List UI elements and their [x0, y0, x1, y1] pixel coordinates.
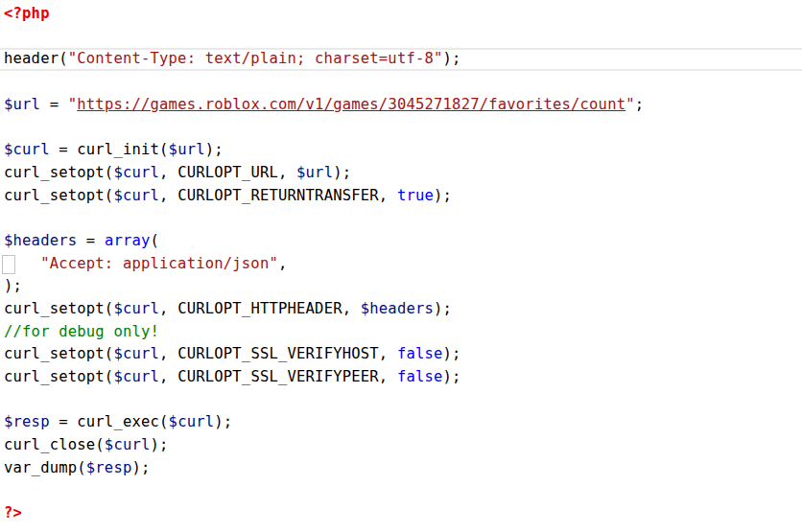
code-token-var: $curl [105, 436, 151, 453]
code-token-plain: , CURLOPT_SSL_VERIFYHOST, [159, 345, 397, 362]
code-token-plain: ); [443, 345, 461, 362]
code-line [4, 71, 802, 94]
code-line: ?> [4, 502, 802, 525]
code-token-var: $url [296, 164, 333, 181]
code-token-kw: false [397, 345, 443, 362]
code-token-var: $curl [113, 368, 159, 385]
code-token-plain: , CURLOPT_URL, [159, 164, 296, 181]
code-token-plain: ); [333, 164, 351, 181]
code-token-var: $curl [4, 141, 50, 158]
code-token-plain: ); [151, 436, 169, 453]
code-token-var: $url [4, 96, 40, 113]
code-line [4, 389, 802, 412]
code-token-string: " [625, 96, 635, 113]
code-line [4, 479, 802, 502]
code-token-plain: , [278, 255, 288, 272]
code-line [4, 26, 802, 49]
code-token-kw: false [397, 368, 443, 385]
indent-guide-box [2, 255, 15, 274]
code-token-plain: curl_setopt( [4, 368, 113, 385]
code-token-kw: true [397, 187, 434, 204]
code-line: $headers = array( [4, 230, 802, 253]
code-line: curl_setopt($curl, CURLOPT_HTTPHEADER, $… [4, 298, 802, 321]
code-token-var: $curl [113, 300, 159, 317]
code-token-tag: <?php [4, 5, 50, 22]
code-token-var: $url [169, 141, 205, 158]
code-line: curl_setopt($curl, CURLOPT_URL, $url); [4, 162, 802, 185]
code-token-plain: ; [635, 96, 645, 113]
code-line: $curl = curl_init($url); [4, 139, 802, 162]
code-token-plain: ); [434, 187, 452, 204]
code-token-plain: = curl_exec( [50, 413, 169, 430]
code-token-plain: , CURLOPT_SSL_VERIFYPEER, [159, 368, 397, 385]
code-token-var: $headers [4, 232, 77, 249]
code-token-plain: curl_setopt( [4, 300, 113, 317]
code-token-plain: curl_setopt( [4, 164, 113, 181]
code-line [4, 116, 802, 139]
code-line: ); [4, 275, 802, 298]
code-token-plain: ); [434, 300, 452, 317]
code-token-plain: ); [4, 277, 22, 294]
code-token-plain: ( [151, 232, 160, 249]
code-token-plain: = curl_init( [50, 141, 169, 158]
code-token-string: " [68, 96, 78, 113]
code-token-plain: ); [443, 50, 461, 67]
code-line: curl_setopt($curl, CURLOPT_RETURNTRANSFE… [4, 185, 802, 208]
code-token-kw: array [105, 232, 151, 249]
code-token-string: "Content-Type: text/plain; charset=utf-8… [68, 50, 443, 67]
code-token-var: $resp [4, 413, 50, 430]
code-line [4, 207, 802, 230]
code-token-plain: = [40, 96, 68, 113]
code-token-url: https://games.roblox.com/v1/games/304527… [77, 96, 625, 113]
code-token-comment: //for debug only! [4, 323, 159, 340]
code-line: curl_close($curl); [4, 434, 802, 457]
code-token-plain: curl_close( [4, 436, 105, 453]
code-line: curl_setopt($curl, CURLOPT_SSL_VERIFYPEE… [4, 366, 802, 389]
code-line: <?php [4, 3, 802, 26]
code-line: var_dump($resp); [4, 457, 802, 480]
code-line: $resp = curl_exec($curl); [4, 411, 802, 434]
code-token-var: $curl [113, 187, 159, 204]
code-token-plain: ); [205, 141, 224, 158]
code-token-var: $curl [113, 164, 159, 181]
code-token-var: $headers [361, 300, 434, 317]
code-line: //for debug only! [4, 321, 802, 344]
code-token-plain: var_dump( [4, 459, 86, 476]
code-editor[interactable]: <?php header("Content-Type: text/plain; … [0, 0, 802, 532]
code-token-plain: ); [131, 459, 150, 476]
code-token-var: $curl [169, 413, 215, 430]
code-token-plain: = [77, 232, 105, 249]
code-token-string: "Accept: application/json" [40, 255, 278, 272]
code-token-plain: curl_setopt( [4, 187, 113, 204]
code-token-plain: , CURLOPT_RETURNTRANSFER, [159, 187, 397, 204]
code-token-var: $curl [113, 345, 159, 362]
code-token-plain: ); [214, 413, 232, 430]
code-token-plain: curl_setopt( [4, 345, 113, 362]
code-line: curl_setopt($curl, CURLOPT_SSL_VERIFYHOS… [4, 343, 802, 366]
code-line: $url = "https://games.roblox.com/v1/game… [4, 94, 802, 117]
code-token-plain: ); [443, 368, 461, 385]
code-token-var: $resp [86, 459, 132, 476]
code-line: "Accept: application/json", [4, 253, 802, 276]
code-token-plain: header( [4, 50, 68, 67]
code-line-highlighted: header("Content-Type: text/plain; charse… [0, 48, 802, 71]
code-token-plain: , CURLOPT_HTTPHEADER, [159, 300, 361, 317]
code-token-tag: ?> [4, 504, 22, 521]
